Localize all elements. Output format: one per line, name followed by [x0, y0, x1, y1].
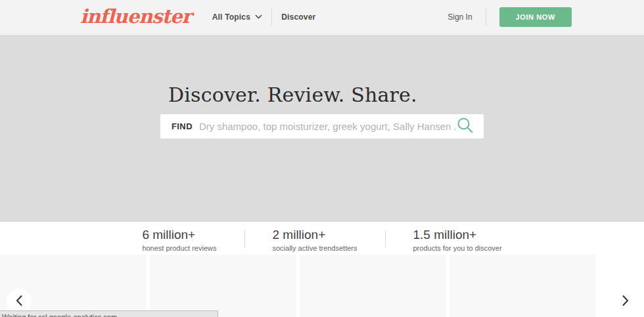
- stat-value: 1.5 million+: [413, 228, 502, 242]
- hero-inner: Discover. Review. Share. FIND: [160, 35, 484, 138]
- stat-trendsetters: 2 million+ socially active trendsetters: [273, 228, 357, 252]
- chevron-right-icon: [622, 295, 629, 308]
- search-icon: [456, 116, 474, 137]
- chevron-down-icon: [255, 14, 262, 19]
- search-bar: FIND: [160, 114, 484, 138]
- search-button[interactable]: [456, 116, 474, 137]
- stat-label: products for you to discover: [413, 244, 502, 252]
- search-input[interactable]: [199, 121, 456, 132]
- stat-label: socially active trendsetters: [273, 244, 357, 252]
- sign-in-link[interactable]: Sign In: [434, 12, 485, 22]
- top-nav: influenster All Topics Discover Sign In …: [0, 0, 644, 34]
- nav-divider: [486, 9, 486, 26]
- all-topics-menu[interactable]: All Topics: [203, 12, 271, 22]
- nav-right: Sign In JOIN NOW: [434, 7, 572, 27]
- stat-label: honest product reviews: [142, 244, 216, 252]
- hero-heading: Discover. Review. Share.: [168, 83, 484, 106]
- carousel-next-button[interactable]: [612, 289, 637, 314]
- discover-label: Discover: [281, 12, 315, 22]
- card-track: [0, 255, 644, 317]
- nav-links: All Topics Discover: [203, 9, 325, 26]
- product-carousel: [0, 255, 644, 317]
- product-card-placeholder[interactable]: [150, 255, 296, 317]
- stat-divider: [244, 230, 245, 247]
- stat-value: 6 million+: [142, 228, 216, 242]
- browser-status-bar: Waiting for ssl.google-analytics.com...: [0, 310, 218, 317]
- product-card-placeholder[interactable]: [300, 255, 446, 317]
- hero-section: Discover. Review. Share. FIND: [0, 35, 644, 222]
- stat-value: 2 million+: [273, 228, 357, 242]
- product-card-placeholder[interactable]: [449, 255, 595, 317]
- join-now-button[interactable]: JOIN NOW: [499, 7, 572, 27]
- stats-band: 6 million+ honest product reviews 2 mill…: [0, 222, 644, 255]
- find-label: FIND: [172, 121, 193, 131]
- nav-item-discover[interactable]: Discover: [272, 12, 325, 22]
- influenster-homepage: influenster All Topics Discover Sign In …: [0, 0, 644, 317]
- influenster-logo[interactable]: influenster: [80, 7, 191, 26]
- chevron-left-icon: [16, 295, 23, 308]
- stat-divider: [385, 230, 386, 247]
- stat-reviews: 6 million+ honest product reviews: [142, 228, 216, 252]
- stat-products: 1.5 million+ products for you to discove…: [413, 228, 502, 252]
- all-topics-label: All Topics: [212, 12, 250, 22]
